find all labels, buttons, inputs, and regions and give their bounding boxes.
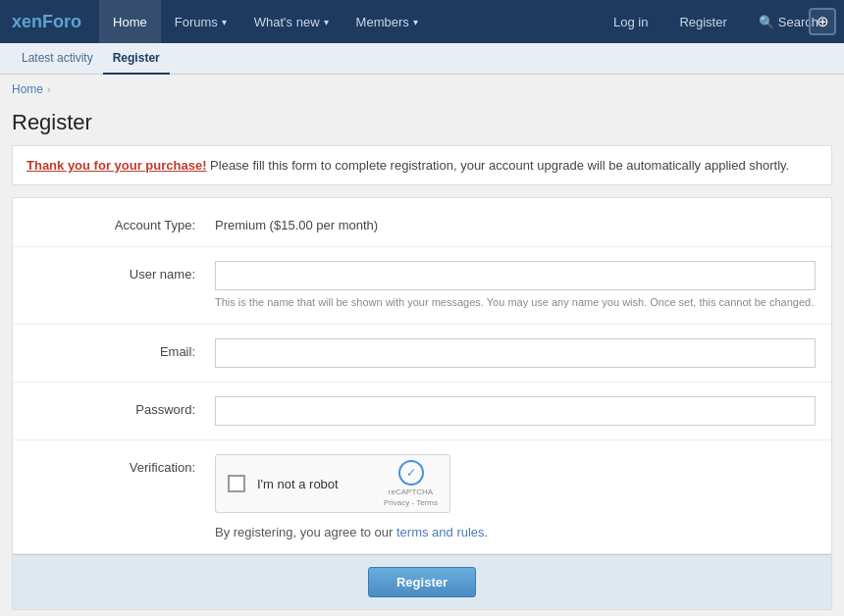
forums-chevron-icon: ▾ (222, 17, 227, 27)
terms-link[interactable]: terms and rules (396, 525, 485, 539)
account-type-row: Account Type: Premium ($15.00 per month) (13, 198, 831, 247)
logo-xen: xen (12, 12, 42, 31)
members-chevron-icon: ▾ (413, 17, 418, 27)
logo-foro: Foro (42, 12, 81, 31)
breadcrumb-separator: › (47, 83, 51, 95)
username-field: This is the name that will be shown with… (215, 261, 816, 310)
nav-whats-new[interactable]: What's new ▾ (240, 0, 343, 43)
terms-line: By registering, you agree to our terms a… (215, 525, 816, 539)
magnifier-button[interactable]: ⊕ (809, 8, 836, 35)
username-input[interactable] (215, 261, 816, 290)
nav-left: xenForo Home Forums ▾ What's new ▾ Membe… (12, 0, 432, 43)
sec-nav-latest-activity[interactable]: Latest activity (12, 43, 103, 75)
email-field-wrapper (215, 338, 816, 368)
verification-field: I'm not a robot ✓ reCAPTCHA Privacy - Te… (215, 454, 816, 539)
verification-row: Verification: I'm not a robot ✓ reCAPTCH… (13, 440, 831, 554)
recaptcha-box[interactable]: I'm not a robot ✓ reCAPTCHA Privacy - Te… (215, 454, 450, 513)
breadcrumb-home-link[interactable]: Home (12, 82, 43, 96)
page-title: Register (0, 104, 844, 145)
nav-forums[interactable]: Forums ▾ (161, 0, 240, 43)
account-type-field: Premium ($15.00 per month) (215, 212, 816, 232)
nav-register[interactable]: Register (665, 0, 740, 43)
submit-row: Register (13, 554, 831, 609)
email-label: Email: (28, 338, 215, 359)
nav-right: Log in Register 🔍 Search (600, 0, 832, 43)
top-navbar: xenForo Home Forums ▾ What's new ▾ Membe… (0, 0, 844, 43)
password-label: Password: (28, 396, 215, 417)
password-row: Password: (13, 383, 831, 440)
search-icon: 🔍 (759, 15, 774, 29)
nav-home[interactable]: Home (99, 0, 161, 43)
recaptcha-brand: reCAPTCHA (389, 488, 433, 497)
account-type-label: Account Type: (28, 212, 215, 232)
notice-highlight: Thank you for your purchase! (26, 158, 206, 173)
recaptcha-checkbox[interactable] (228, 475, 245, 492)
nav-members[interactable]: Members ▾ (343, 0, 432, 43)
whats-new-chevron-icon: ▾ (324, 17, 329, 27)
username-row: User name: This is the name that will be… (13, 247, 831, 325)
recaptcha-sub: Privacy - Terms (384, 498, 438, 508)
recaptcha-label: I'm not a robot (257, 477, 372, 491)
sec-nav-register[interactable]: Register (103, 43, 170, 75)
terms-text: By registering, you agree to our (215, 525, 396, 539)
recaptcha-logo: ✓ reCAPTCHA Privacy - Terms (384, 460, 438, 508)
logo[interactable]: xenForo (12, 12, 81, 32)
verification-label: Verification: (28, 454, 215, 475)
account-type-value: Premium ($15.00 per month) (215, 212, 816, 232)
notice-body: Please fill this form to complete regist… (206, 158, 789, 173)
register-button[interactable]: Register (368, 567, 476, 597)
password-input[interactable] (215, 396, 816, 426)
notice-box: Thank you for your purchase! Please fill… (12, 145, 832, 185)
email-input[interactable] (215, 338, 816, 368)
breadcrumb: Home › (0, 75, 844, 104)
username-label: User name: (28, 261, 215, 282)
registration-form: Account Type: Premium ($15.00 per month)… (12, 197, 832, 610)
email-row: Email: (13, 325, 831, 383)
secondary-navbar: Latest activity Register (0, 43, 844, 75)
terms-end: . (485, 525, 489, 539)
nav-login[interactable]: Log in (600, 0, 661, 43)
password-field-wrapper (215, 396, 816, 426)
recaptcha-icon: ✓ (398, 460, 424, 486)
username-hint: This is the name that will be shown with… (215, 295, 816, 310)
